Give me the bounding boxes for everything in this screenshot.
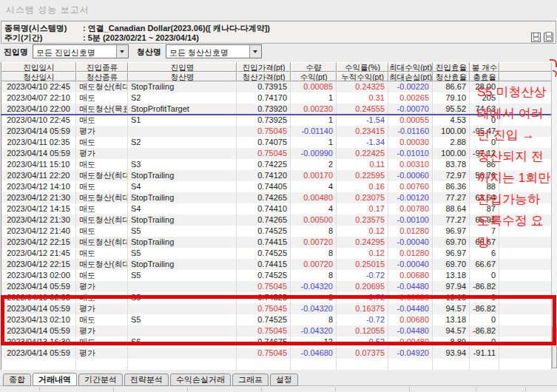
- table-row[interactable]: 2023/04/14 05:59평가0.75045-0.043200.20695…: [1, 281, 551, 292]
- table-cell: 매도청산(최대: [76, 192, 128, 203]
- tab-수익손실거래[interactable]: 수익손실거래: [170, 374, 231, 386]
- column-header[interactable]: 진입종류: [76, 62, 128, 72]
- table-row[interactable]: 2023/04/10 22:45매도청산(최대StopTrailing0.739…: [1, 81, 551, 92]
- exit-signal-dropdown[interactable]: 모든 청산신호명: [166, 44, 262, 58]
- table-cell: 매도청산(최대: [76, 259, 128, 270]
- report-info-panel: 종목명(시스템명): 연결_Canadian Dollar(2023.06)([…: [1, 21, 556, 44]
- tab-종합[interactable]: 종합: [3, 374, 31, 386]
- table-row[interactable]: 2023/04/12 14:10매도S40.7440540.160.007608…: [1, 181, 551, 192]
- column-header[interactable]: [499, 72, 551, 81]
- table-cell: 0.74265: [237, 192, 291, 203]
- table-cell: 2023/04/14 05:59: [1, 126, 76, 137]
- table-cell: S4: [128, 181, 237, 192]
- table-row[interactable]: 2023/04/10 22:00매도청산(목표StopProfitTarget0…: [1, 104, 551, 115]
- system-performance-report-window: 시스템 성능 보고서 종목명(시스템명): 연결_Canadian Dollar…: [0, 0, 557, 392]
- table-cell: 0.22595: [337, 170, 388, 181]
- table-cell: 4: [291, 181, 337, 192]
- window-title: 시스템 성능 보고서: [6, 4, 90, 16]
- table-row[interactable]: 2023/04/12 21:45매도S50.7452580.120.012809…: [1, 248, 551, 259]
- column-header[interactable]: 최대수익(pt): [388, 62, 433, 72]
- column-header[interactable]: 청산효율: [433, 72, 470, 81]
- column-header[interactable]: 청산가격(pt): [237, 72, 291, 81]
- table-cell: -0.04480: [388, 281, 433, 292]
- column-header[interactable]: 수익률(%): [337, 62, 388, 72]
- table-row[interactable]: 2023/04/14 05:59평가0.75045-0.009900.22425…: [1, 148, 551, 159]
- entry-signal-dropdown[interactable]: 모든 진입신호명: [33, 44, 129, 58]
- tab-설정[interactable]: 설정: [270, 374, 298, 386]
- table-row[interactable]: 2023/04/12 21:40매도S50.7452580.120.012809…: [1, 226, 551, 237]
- table-cell: 2023/04/12 21:40: [1, 226, 76, 237]
- table-cell: 2023/04/11 02:35: [1, 137, 76, 148]
- table-cell: 매도: [76, 159, 128, 170]
- table-row[interactable]: 2023/04/10 22:45매도S10.739251-1.540.00055…: [1, 115, 551, 126]
- column-header[interactable]: [499, 62, 551, 72]
- tab-전략분석[interactable]: 전략분석: [124, 374, 169, 386]
- symbol-info-line: 종목명(시스템명): 연결_Canadian Dollar(2023.06)([…: [4, 23, 270, 33]
- table-row[interactable]: 2023/04/11 15:10매도S30.7422520.110.003108…: [1, 159, 551, 170]
- table-cell: 0.74525: [237, 270, 291, 281]
- table-cell: [337, 359, 388, 370]
- table-row[interactable]: [1, 359, 551, 370]
- annotation-line: 망: [477, 232, 550, 253]
- column-header[interactable]: 진입효율: [433, 62, 470, 72]
- table-cell: -0.01010: [388, 148, 433, 159]
- period-value: : 5분 (2023/02/21 ~ 2023/04/14): [83, 33, 199, 42]
- column-header[interactable]: 수량: [291, 62, 337, 72]
- column-header[interactable]: 청산일시: [1, 72, 76, 81]
- table-cell-filler: [499, 281, 551, 292]
- chevron-down-icon[interactable]: [116, 45, 128, 58]
- table-row[interactable]: 2023/04/14 05:59평가0.75045-0.011400.23415…: [1, 126, 551, 137]
- table-cell-filler: [499, 270, 551, 281]
- column-header[interactable]: 청산명: [128, 72, 237, 81]
- table-row[interactable]: 2023/04/12 22:15매도청산(최대StopTrailing0.744…: [1, 237, 551, 248]
- table-cell: 2023/04/12 22:15: [1, 237, 76, 248]
- column-header[interactable]: 누적수익(pt): [337, 72, 388, 81]
- tab-기간분석[interactable]: 기간분석: [78, 374, 123, 386]
- column-header[interactable]: 청산종류: [76, 72, 128, 81]
- table-cell: 0.75045: [237, 281, 291, 292]
- entry-signal-value: 모든 진입신호명: [36, 47, 95, 58]
- table-cell: 0.11: [337, 159, 388, 170]
- annotation-line: 번 진입 →: [477, 124, 550, 146]
- table-cell: 0.00055: [388, 115, 433, 126]
- annotation-line: 진입가능하: [477, 189, 550, 210]
- table-cell: 96.97: [433, 248, 470, 259]
- table-cell: 0.01280: [388, 248, 433, 259]
- print-icon[interactable]: [544, 33, 553, 42]
- table-cell: 2023/04/11 22:20: [1, 170, 76, 181]
- table-cell: 2023/04/12 22:15: [1, 259, 76, 270]
- column-header[interactable]: 총효율: [470, 72, 499, 81]
- table-cell: 2023/04/11 15:10: [1, 159, 76, 170]
- table-cell: 0.23575: [337, 214, 388, 226]
- table-row[interactable]: 2023/04/11 22:20매도청산(최대StopTrailing0.741…: [1, 170, 551, 181]
- table-cell: 0.31: [337, 92, 388, 104]
- table-row[interactable]: 2023/04/07 22:10매도S20.7417010.310.002657…: [1, 92, 551, 104]
- chevron-down-icon[interactable]: [249, 45, 261, 58]
- table-cell: 86.67: [433, 81, 470, 92]
- table-cell: [128, 148, 237, 159]
- column-header[interactable]: 진입명: [128, 62, 237, 72]
- tab-그래프[interactable]: 그래프: [232, 374, 269, 386]
- table-cell: [128, 281, 237, 292]
- table-cell: 매도: [76, 203, 128, 214]
- table-cell: 0.73920: [237, 104, 291, 115]
- table-row[interactable]: 2023/04/12 14:15매도S40.7441040.170.007808…: [1, 203, 551, 214]
- table-row[interactable]: 2023/04/12 21:30매도청산(최대StopTrailing0.742…: [1, 214, 551, 226]
- table-cell: 0.24295: [337, 237, 388, 248]
- table-row[interactable]: 2023/04/12 21:30매도청산(최대StopTrailing0.742…: [1, 192, 551, 203]
- save-icon[interactable]: [531, 33, 541, 42]
- column-header[interactable]: 최대손실(pt): [388, 72, 433, 81]
- column-header[interactable]: 봉 개수: [470, 62, 499, 72]
- column-header[interactable]: 진입일시: [1, 62, 76, 72]
- table-row[interactable]: 2023/04/12 22:15매도청산(최대StopTrailing0.744…: [1, 259, 551, 270]
- table-row[interactable]: 2023/04/11 02:35매도S20.740751-1.340.00030…: [1, 137, 551, 148]
- table-cell: 매도청산(최대: [76, 170, 128, 181]
- column-header[interactable]: 진입가격(pt): [237, 62, 291, 72]
- tab-거래내역[interactable]: 거래내역: [33, 373, 77, 386]
- table-row[interactable]: 2023/04/13 02:00매도S50.745258-0.720.00680…: [1, 270, 551, 281]
- table-row[interactable]: 2023/04/14 05:59평가0.75045-0.046800.07375…: [1, 348, 551, 359]
- table-cell: 0.23415: [337, 126, 388, 137]
- table-cell: 69.70: [433, 259, 470, 270]
- column-header[interactable]: 수익(pt): [291, 72, 337, 81]
- table-cell: -0.00040: [388, 237, 433, 248]
